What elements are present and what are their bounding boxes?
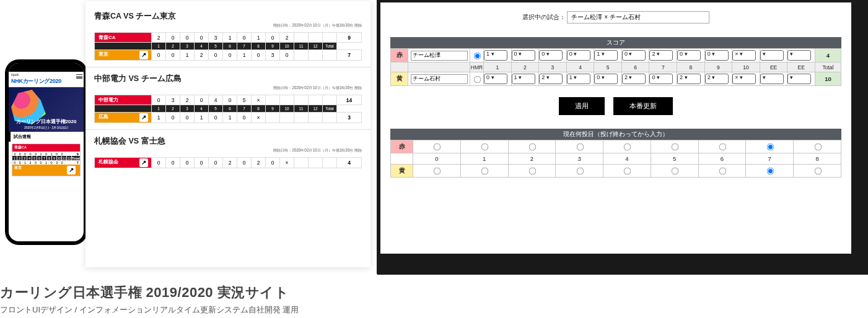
throw-red-radio[interactable]: [624, 144, 631, 151]
arrow-icon[interactable]: ↗: [139, 51, 148, 59]
score-select[interactable]: ▾: [787, 50, 811, 61]
game-title: 青森CA VS チーム東京: [94, 11, 362, 22]
score-select[interactable]: 2 ▾: [677, 74, 701, 84]
selected-game-label: 選択中の試合：: [522, 14, 566, 20]
throw-red-radio[interactable]: [434, 144, 441, 151]
selected-game-input[interactable]: [567, 11, 709, 24]
hmr-radio[interactable]: [474, 75, 481, 83]
score-select[interactable]: 1 ▾: [512, 74, 535, 84]
throw-red-radio[interactable]: [814, 144, 822, 151]
score-select[interactable]: ▾: [787, 74, 811, 84]
color-label: 赤: [391, 49, 408, 62]
game-date: 開始日時：2020年02月10日（月）午後1時30分 開始: [94, 148, 362, 153]
throw-number: 2: [508, 153, 556, 165]
score-select[interactable]: 1 ▾: [594, 50, 618, 61]
phone-team-b-label: 東京: [14, 166, 22, 174]
throw-yellow-radio[interactable]: [481, 168, 489, 175]
throw-yellow-radio[interactable]: [624, 168, 631, 175]
score-table: 青森CA20003101029123456789101112Total東京↗00…: [94, 32, 362, 61]
hmr-label: HMR: [470, 62, 484, 72]
hmr-radio[interactable]: [474, 52, 481, 59]
score-select[interactable]: 2 ▾: [539, 74, 563, 84]
throw-number: 7: [746, 153, 794, 165]
phone-hero-dates: 2020年2月8日(土) - 2月16日(日): [24, 126, 68, 129]
hamburger-icon[interactable]: [76, 74, 82, 80]
throw-number: 8: [794, 153, 841, 165]
end-label: 9: [704, 62, 732, 72]
end-label: EE: [787, 62, 815, 72]
score-select[interactable]: ▾: [760, 50, 784, 61]
phone-row-a: 20003101029: [12, 152, 80, 156]
arrow-icon[interactable]: ↗: [139, 158, 148, 167]
end-label: EE: [760, 62, 787, 72]
phone-mock: NHK NHKカーリング2020 カーリング日本選手権2020 2020年2月8…: [5, 59, 87, 245]
total-red: 4: [815, 49, 841, 62]
throw-red-radio[interactable]: [481, 144, 489, 151]
throw-yellow-radio[interactable]: [766, 168, 774, 175]
throw-number: 3: [556, 153, 603, 165]
throw-red-label: 赤: [391, 140, 413, 153]
color-label: 黄: [391, 72, 408, 86]
score-select[interactable]: 0 ▾: [484, 74, 507, 84]
team-name-input[interactable]: [411, 51, 468, 61]
throw-red-radio[interactable]: [672, 144, 679, 151]
apply-button[interactable]: 適用: [559, 97, 605, 115]
score-select[interactable]: 2 ▾: [649, 50, 673, 61]
throw-yellow-radio[interactable]: [814, 168, 822, 175]
score-select[interactable]: 1 ▾: [567, 74, 590, 84]
score-select[interactable]: 0 ▾: [705, 50, 729, 61]
throw-yellow-radio[interactable]: [434, 168, 441, 175]
throw-red-radio[interactable]: [529, 144, 537, 151]
arrow-icon[interactable]: ↗: [67, 166, 76, 174]
score-select[interactable]: × ▾: [732, 50, 756, 61]
game-title: 中部電力 VS チーム広島: [94, 74, 362, 84]
caption-block: カーリング日本選手権 2019/2020 実況サイト フロントUIデザイン / …: [0, 283, 299, 316]
throw-red-radio[interactable]: [576, 144, 584, 151]
throw-red-radio[interactable]: [766, 144, 774, 151]
throw-yellow-radio[interactable]: [529, 168, 537, 175]
score-select[interactable]: 0 ▾: [567, 50, 590, 61]
team-name-input[interactable]: [411, 74, 468, 84]
phone-row-b: 00120010307: [12, 160, 80, 165]
end-label: 6: [621, 62, 649, 72]
end-label: 8: [677, 62, 705, 72]
score-select[interactable]: 0 ▾: [539, 50, 563, 61]
score-select[interactable]: 1 ▾: [484, 50, 507, 61]
throw-number: 6: [698, 153, 746, 165]
score-select[interactable]: × ▾: [732, 74, 756, 84]
end-label: 2: [511, 62, 539, 72]
end-label: 7: [649, 62, 677, 72]
end-label: 5: [594, 62, 622, 72]
throw-yellow-radio[interactable]: [672, 168, 679, 175]
score-section-header: スコア: [390, 37, 841, 48]
score-select[interactable]: ▾: [760, 74, 784, 84]
score-table: 中部電力0320405×14123456789101112Total広島↗100…: [94, 95, 362, 123]
throw-red-radio[interactable]: [719, 144, 727, 151]
game-title: 札幌協会 VS 富士急: [94, 136, 362, 147]
publish-button[interactable]: 本番更新: [613, 97, 673, 115]
score-select[interactable]: 0 ▾: [677, 50, 701, 61]
throw-table: 赤 012345678 黄: [390, 140, 841, 178]
phone-hero-title: カーリング日本選手権2020: [16, 119, 77, 124]
phone-team-a: 青森CA: [12, 144, 80, 152]
score-select[interactable]: 0 ▾: [649, 74, 673, 84]
selected-game-row: 選択中の試合：: [390, 11, 841, 24]
admin-panel-wrapper: 選択中の試合： スコア 赤1 ▾0 ▾0 ▾0 ▾1 ▾0 ▾2 ▾0 ▾0 ▾…: [380, 2, 866, 269]
throw-number: 5: [651, 153, 698, 165]
score-select[interactable]: 2 ▾: [622, 74, 646, 84]
score-select[interactable]: 0 ▾: [622, 50, 646, 61]
score-select[interactable]: 0 ▾: [512, 50, 535, 61]
throw-number: 1: [460, 153, 508, 165]
phone-score-card[interactable]: 青森CA 20003101029 123456789101112Total 00…: [12, 144, 81, 176]
throw-yellow-radio[interactable]: [576, 168, 584, 175]
arrow-icon[interactable]: ↗: [139, 113, 148, 122]
throw-number: 0: [413, 153, 461, 165]
end-label: 3: [539, 62, 567, 72]
end-label: 10: [732, 62, 760, 72]
phone-logo: NHKカーリング2020: [11, 77, 81, 85]
score-select[interactable]: 0 ▾: [594, 74, 618, 84]
score-select[interactable]: 2 ▾: [705, 74, 729, 84]
phone-nhk-small: NHK: [11, 73, 81, 77]
throw-yellow-radio[interactable]: [719, 168, 727, 175]
end-label: Total: [815, 62, 841, 72]
